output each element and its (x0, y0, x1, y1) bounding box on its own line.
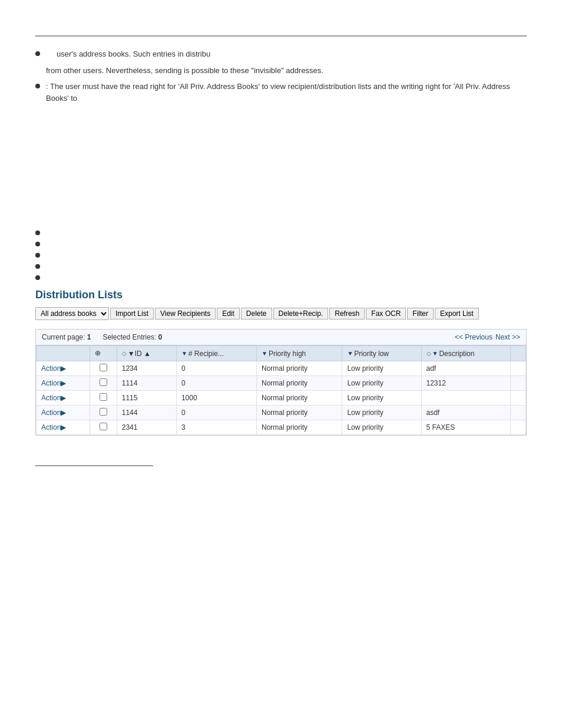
extra-cell (510, 405, 525, 420)
edit-button[interactable]: Edit (217, 308, 240, 319)
selected-entries-label: Selected Entries: 0 (103, 333, 162, 341)
empty-bullet-2 (35, 239, 527, 246)
checkbox-cell[interactable] (90, 390, 117, 405)
th-priority-low[interactable]: ▼ Priority low (342, 346, 421, 361)
description-cell: 5 FAXES (421, 420, 510, 434)
content-spacer (35, 110, 527, 228)
th-recipients[interactable]: ▼ # Recipie... (176, 346, 256, 361)
th-checkbox-all[interactable]: ⊕ (90, 346, 117, 361)
description-cell (421, 390, 510, 405)
current-page-label: Current page: 1 (42, 333, 91, 341)
bullet2-text: : The user must have the read right for … (46, 81, 527, 104)
row-checkbox[interactable] (100, 408, 107, 416)
refresh-button[interactable]: Refresh (329, 308, 365, 319)
description-cell: asdf (421, 405, 510, 420)
action-cell[interactable]: Action▶ (37, 361, 90, 375)
extra-cell (510, 361, 525, 375)
delete-button[interactable]: Delete (241, 308, 272, 319)
id-cell: 1114 (117, 375, 176, 390)
priority-low-cell: Low priority (342, 405, 421, 420)
action-cell[interactable]: Action▶ (37, 390, 90, 405)
bullet-dot-3 (35, 230, 40, 235)
bullet-item-1: user's address books. Such entries in di… (35, 48, 527, 60)
row-checkbox[interactable] (100, 423, 107, 430)
action-link[interactable]: Action▶ (41, 394, 66, 402)
export-list-button[interactable]: Export List (435, 308, 479, 319)
checkbox-cell[interactable] (90, 405, 117, 420)
bullet-dot-1 (35, 51, 40, 56)
th-priority-high-label: Priority high (269, 350, 306, 358)
desc-filter-icon: ▼ (432, 350, 438, 357)
bullet-dot-5 (35, 253, 40, 258)
priority-low-cell: Low priority (342, 420, 421, 434)
checkbox-cell[interactable] (90, 375, 117, 390)
recipients-cell: 1000 (176, 390, 256, 405)
distribution-list-table-container: Current page: 1 Selected Entries: 0 << P… (35, 329, 527, 436)
action-link[interactable]: Action▶ (41, 379, 66, 387)
bullet-dot-6 (35, 264, 40, 269)
table-pagination-header: Current page: 1 Selected Entries: 0 << P… (36, 330, 526, 345)
fax-ocr-button[interactable]: Fax OCR (366, 308, 406, 319)
recipients-cell: 0 (176, 375, 256, 390)
content-area: user's address books. Such entries in di… (0, 37, 562, 459)
id-cell: 1234 (117, 361, 176, 375)
extra-cell (510, 420, 525, 434)
action-cell[interactable]: Action▶ (37, 405, 90, 420)
th-action (37, 346, 90, 361)
th-description-label: Description (439, 350, 474, 358)
th-recipients-label: # Recipie... (189, 350, 224, 358)
priority-high-cell: Normal priority (257, 361, 342, 375)
priority-low-cell: Low priority (342, 390, 421, 405)
checkbox-icon: ⊕ (95, 349, 101, 357)
action-link[interactable]: Action▶ (41, 364, 66, 373)
bullet-dot-7 (35, 275, 40, 280)
extra-cell (510, 390, 525, 405)
th-description[interactable]: ◇ ▼ Description (421, 346, 510, 361)
priority-high-cell: Normal priority (257, 375, 342, 390)
table-body: Action▶12340Normal priorityLow prioritya… (37, 361, 526, 434)
empty-bullet-5 (35, 272, 527, 280)
th-priority-high[interactable]: ▼ Priority high (257, 346, 342, 361)
bullet1-indent-text: user's address books. Such entries in di… (57, 48, 210, 60)
th-extra (510, 346, 525, 361)
row-checkbox[interactable] (100, 364, 107, 371)
filter-button[interactable]: Filter (407, 308, 434, 319)
current-page-value: 1 (87, 333, 91, 341)
view-recipients-button[interactable]: View Recipients (155, 308, 216, 319)
next-page-link[interactable]: Next >> (495, 333, 520, 341)
id-cell: 1144 (117, 405, 176, 420)
checkbox-cell[interactable] (90, 361, 117, 375)
action-cell[interactable]: Action▶ (37, 420, 90, 434)
prev-page-link[interactable]: << Previous (455, 333, 492, 341)
import-list-button[interactable]: Import List (110, 308, 154, 319)
row-checkbox[interactable] (100, 378, 107, 386)
bullet-dot-4 (35, 242, 40, 246)
empty-bullet-list (35, 228, 527, 280)
action-link[interactable]: Action▶ (41, 409, 66, 417)
id-cell: 2341 (117, 420, 176, 434)
delete-recip-button[interactable]: Delete+Recip. (273, 308, 329, 319)
selected-entries-value: 0 (158, 333, 162, 341)
address-book-select[interactable]: All address books (35, 307, 109, 320)
empty-bullet-1 (35, 228, 527, 235)
distribution-list-table: ⊕ ◇ ▼ID ▲ ▼ # Recipie... (36, 345, 526, 435)
th-priority-low-label: Priority low (354, 350, 389, 358)
row-checkbox[interactable] (100, 393, 107, 401)
recipients-cell: 0 (176, 361, 256, 375)
bullet-dot-2 (35, 84, 40, 88)
action-link[interactable]: Action▶ (41, 423, 66, 431)
action-cell[interactable]: Action▶ (37, 375, 90, 390)
checkbox-cell[interactable] (90, 420, 117, 434)
recipients-filter-icon: ▼ (181, 350, 187, 357)
section-title: Distribution Lists (35, 289, 527, 301)
priority-high-filter-icon: ▼ (262, 350, 267, 357)
th-id[interactable]: ◇ ▼ID ▲ (117, 346, 176, 361)
empty-bullet-4 (35, 261, 527, 269)
from-other-text: from other users. Nevertheless, sending … (46, 65, 527, 77)
table-row: Action▶11440Normal priorityLow prioritya… (37, 405, 526, 420)
priority-low-cell: Low priority (342, 375, 421, 390)
empty-bullet-3 (35, 250, 527, 258)
toolbar: All address books Import List View Recip… (35, 307, 527, 320)
description-cell: adf (421, 361, 510, 375)
th-id-label: ▼ID ▲ (128, 350, 151, 358)
